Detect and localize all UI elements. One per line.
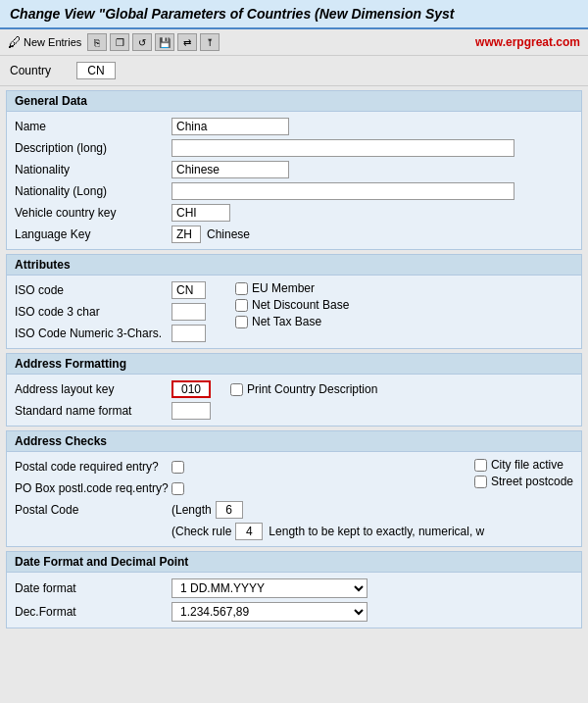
- postal-req-row: Postal code required entry?: [15, 456, 455, 477]
- checks-right-col: City file active Street postcode: [474, 456, 573, 499]
- iso-numeric-label: ISO Code Numeric 3-Chars.: [15, 326, 172, 340]
- layout-key-label: Address layout key: [15, 382, 172, 396]
- iso-numeric-row: ISO Code Numeric 3-Chars.: [15, 323, 206, 344]
- check-rule-text: Length to be kept to exactly, numerical,…: [269, 525, 484, 538]
- toolbar-icons: ⎘ ❐ ↺ 💾 ⇄ ⤒: [87, 33, 220, 51]
- iso-numeric-input[interactable]: [172, 325, 206, 342]
- name-row: Name: [15, 116, 573, 137]
- nationality-input[interactable]: [172, 161, 289, 178]
- iso-code3-row: ISO code 3 char: [15, 301, 206, 323]
- language-key-text: Chinese: [207, 227, 250, 241]
- postal-req-checkbox[interactable]: [172, 461, 184, 474]
- eu-member-label: EU Member: [252, 281, 315, 295]
- layout-key-input[interactable]: [172, 380, 211, 398]
- net-discount-row: Net Discount Base: [235, 298, 349, 312]
- std-name-label: Standard name format: [15, 404, 172, 418]
- attributes-section: Attributes ISO code ISO code 3 char ISO …: [6, 254, 582, 349]
- new-entries-label: New Entries: [24, 36, 81, 48]
- language-key-row: Language Key Chinese: [15, 224, 573, 245]
- eu-member-checkbox[interactable]: [235, 282, 248, 295]
- date-format-label: Date format: [15, 581, 172, 595]
- city-active-checkbox[interactable]: [474, 459, 487, 472]
- net-tax-row: Net Tax Base: [235, 315, 349, 328]
- net-discount-checkbox[interactable]: [235, 299, 248, 312]
- website-label: www.erpgreat.com: [475, 35, 580, 49]
- upload-icon-btn[interactable]: ⤒: [200, 33, 220, 51]
- general-data-header: General Data: [7, 91, 581, 112]
- iso-code3-input[interactable]: [172, 303, 206, 321]
- eu-member-row: EU Member: [235, 281, 349, 295]
- date-format-body: Date format 1 DD.MM.YYYY 2 MM/DD/YYYY 3 …: [7, 573, 581, 628]
- iso-code-row: ISO code: [15, 279, 206, 301]
- net-discount-label: Net Discount Base: [252, 298, 349, 312]
- language-key-label: Language Key: [15, 227, 172, 241]
- language-key-input[interactable]: [172, 226, 201, 243]
- net-tax-checkbox[interactable]: [235, 316, 248, 328]
- date-format-row: Date format 1 DD.MM.YYYY 2 MM/DD/YYYY 3 …: [15, 577, 573, 600]
- net-tax-label: Net Tax Base: [252, 315, 321, 328]
- check-rule-input[interactable]: [235, 523, 263, 540]
- nationality-long-input[interactable]: [172, 182, 514, 200]
- street-postcode-row: Street postcode: [474, 475, 573, 488]
- general-data-section: General Data Name Description (long) Nat…: [6, 90, 582, 250]
- address-formatting-section: Address Formatting Address layout key Pr…: [6, 353, 582, 427]
- address-checks-section: Address Checks Postal code required entr…: [6, 430, 582, 547]
- title-bar: Change View "Global Parameters of Countr…: [0, 0, 588, 29]
- paste-icon-btn[interactable]: ❐: [110, 33, 129, 51]
- print-country-label: Print Country Description: [247, 382, 377, 396]
- print-country-row: Print Country Description: [230, 382, 377, 396]
- nationality-long-label: Nationality (Long): [15, 184, 172, 198]
- general-data-body: Name Description (long) Nationality Nati…: [7, 112, 581, 249]
- iso-code3-label: ISO code 3 char: [15, 305, 172, 319]
- country-value: CN: [76, 62, 116, 79]
- save-icon-btn[interactable]: 💾: [155, 33, 174, 51]
- vehicle-key-input[interactable]: [172, 204, 230, 222]
- checks-left-col: Postal code required entry? PO Box postl…: [15, 456, 455, 499]
- address-checks-body: Postal code required entry? PO Box postl…: [7, 452, 581, 546]
- attributes-header: Attributes: [7, 255, 581, 276]
- length-input[interactable]: [216, 501, 243, 519]
- check-rule-label: (Check rule: [172, 525, 231, 538]
- vehicle-key-row: Vehicle country key: [15, 202, 573, 224]
- address-checks-header: Address Checks: [7, 431, 581, 452]
- dec-format-label: Dec.Format: [15, 605, 172, 619]
- date-format-select[interactable]: 1 DD.MM.YYYY 2 MM/DD/YYYY 3 MM-DD-YYYY 4…: [172, 578, 368, 598]
- toolbar-left: 🖊 New Entries ⎘ ❐ ↺ 💾 ⇄ ⤒: [8, 33, 220, 51]
- city-active-row: City file active: [474, 458, 573, 472]
- street-postcode-checkbox[interactable]: [474, 476, 487, 488]
- toolbar: 🖊 New Entries ⎘ ❐ ↺ 💾 ⇄ ⤒ www.erpgreat.c…: [0, 29, 588, 56]
- attrs-left-col: ISO code ISO code 3 char ISO Code Numeri…: [15, 279, 206, 344]
- date-format-header: Date Format and Decimal Point: [7, 552, 581, 573]
- country-label: Country: [10, 64, 69, 77]
- country-row: Country CN: [0, 56, 588, 86]
- undo-icon-btn[interactable]: ↺: [132, 33, 152, 51]
- iso-code-label: ISO code: [15, 283, 172, 297]
- attributes-body: ISO code ISO code 3 char ISO Code Numeri…: [7, 276, 581, 348]
- name-input[interactable]: [172, 118, 289, 135]
- vehicle-key-label: Vehicle country key: [15, 206, 172, 220]
- std-name-row: Standard name format: [15, 400, 573, 422]
- print-country-checkbox[interactable]: [230, 383, 243, 396]
- length-label: (Length: [172, 503, 212, 517]
- po-box-row: PO Box postl.code req.entry?: [15, 477, 455, 499]
- street-postcode-label: Street postcode: [491, 475, 573, 488]
- address-checks-cols: Postal code required entry? PO Box postl…: [15, 456, 573, 499]
- po-box-checkbox[interactable]: [172, 482, 184, 495]
- desc-long-input[interactable]: [172, 139, 514, 157]
- std-name-input[interactable]: [172, 402, 211, 420]
- nationality-label: Nationality: [15, 163, 172, 176]
- refresh-icon-btn[interactable]: ⇄: [177, 33, 197, 51]
- dec-format-select[interactable]: 1.234.567,89 1,234,567.89: [172, 602, 368, 622]
- address-formatting-header: Address Formatting: [7, 354, 581, 375]
- layout-key-row: Address layout key Print Country Descrip…: [15, 378, 573, 400]
- city-active-label: City file active: [491, 458, 564, 472]
- iso-code-input[interactable]: [172, 281, 206, 299]
- new-entries-button[interactable]: 🖊 New Entries: [8, 34, 81, 50]
- check-rule-row: (Check rule Length to be kept to exactly…: [15, 521, 573, 542]
- copy-icon-btn[interactable]: ⎘: [87, 33, 107, 51]
- new-entries-icon: 🖊: [8, 34, 22, 50]
- nationality-long-row: Nationality (Long): [15, 180, 573, 202]
- date-format-section: Date Format and Decimal Point Date forma…: [6, 551, 582, 628]
- po-box-label: PO Box postl.code req.entry?: [15, 481, 172, 495]
- dec-format-row: Dec.Format 1.234.567,89 1,234,567.89: [15, 600, 573, 624]
